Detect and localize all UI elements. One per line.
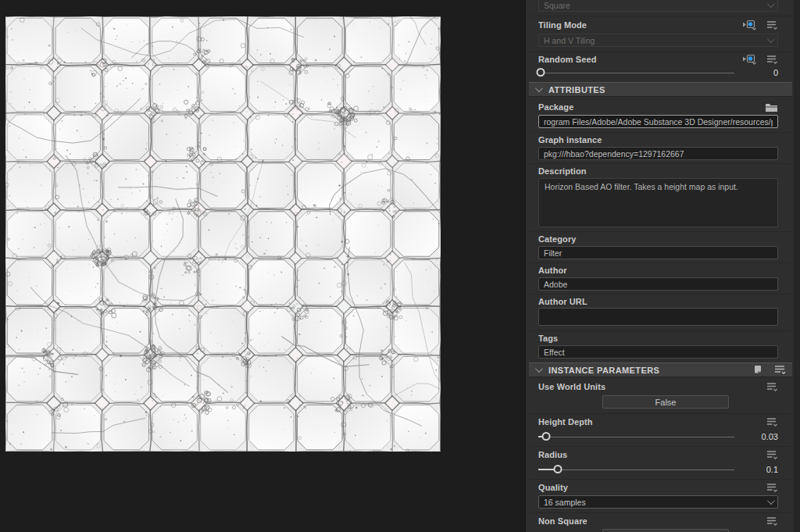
properties-panel: Square Tiling Mode H and V Tiling — [525, 0, 800, 532]
height-depth-slider-row: 0.03 — [538, 431, 778, 442]
2d-view[interactable] — [0, 0, 525, 532]
category-value: Filter — [544, 248, 773, 258]
category-label: Category — [538, 234, 778, 244]
quality-label: Quality — [538, 483, 766, 492]
author-row: Author — [538, 265, 778, 276]
parameter-menu-icon[interactable] — [766, 417, 778, 427]
radius-slider[interactable] — [538, 464, 734, 475]
radius-label: Radius — [538, 450, 766, 459]
radius-slider-row: 0.1 — [538, 464, 778, 475]
height-depth-value: 0.03 — [742, 432, 778, 441]
description-label: Description — [538, 166, 778, 176]
tiling-mode-value: H and V Tiling — [544, 36, 762, 45]
attributes-section-header[interactable]: ATTRIBUTES — [529, 82, 792, 97]
package-label: Package — [538, 102, 765, 112]
quality-row: Quality — [538, 482, 778, 493]
graph-instance-label: Graph instance — [538, 135, 778, 145]
chevron-down-icon — [535, 84, 543, 92]
expose-parameter-icon[interactable] — [742, 54, 757, 65]
shape-select[interactable]: Square — [538, 0, 778, 12]
chevron-down-icon — [535, 365, 543, 373]
package-input[interactable]: rogram Files/Adobe/Adobe Substance 3D De… — [538, 115, 778, 128]
parameter-menu-icon[interactable] — [774, 365, 786, 375]
tags-input[interactable]: Effect — [538, 345, 778, 359]
parameter-menu-icon[interactable] — [766, 20, 778, 30]
author-url-label: Author URL — [538, 297, 778, 306]
author-url-row: Author URL — [538, 296, 778, 307]
author-url-input[interactable] — [538, 308, 778, 326]
graph-instance-input[interactable]: pkg:///hbao?dependency=1297162667 — [538, 147, 778, 160]
graph-instance-value: pkg:///hbao?dependency=1297162667 — [544, 149, 773, 159]
use-world-units-value: False — [655, 398, 677, 407]
tiling-mode-select[interactable]: H and V Tiling — [538, 34, 778, 47]
parameter-menu-icon[interactable] — [766, 450, 778, 460]
description-row: Description — [538, 166, 778, 177]
random-seed-row: Random Seed — [538, 54, 778, 65]
open-folder-icon[interactable] — [765, 102, 778, 112]
parameter-menu-icon[interactable] — [766, 516, 778, 527]
non-square-row: Non Square — [538, 516, 778, 527]
instance-parameters-title: INSTANCE PARAMETERS — [548, 366, 753, 375]
use-world-units-row: Use World Units — [538, 381, 778, 392]
random-seed-value: 0 — [742, 68, 778, 77]
radius-row: Radius — [538, 449, 778, 460]
tags-value: Effect — [544, 348, 773, 357]
description-textarea[interactable]: Horizon Based AO filter. Takes a height … — [538, 178, 778, 227]
description-value: Horizon Based AO filter. Takes a height … — [545, 182, 738, 191]
quality-value: 16 samples — [544, 498, 762, 507]
instance-parameters-section-header[interactable]: INSTANCE PARAMETERS — [529, 362, 792, 377]
chevron-down-icon — [767, 35, 775, 43]
parameter-menu-icon[interactable] — [766, 483, 778, 493]
chevron-down-icon — [767, 0, 775, 8]
parameter-menu-icon[interactable] — [766, 55, 778, 65]
category-input[interactable]: Filter — [538, 246, 778, 259]
parameter-menu-icon[interactable] — [766, 382, 778, 392]
panel-scrollbar[interactable] — [794, 0, 800, 532]
author-value: Adobe — [544, 280, 773, 289]
slider-handle[interactable] — [536, 68, 545, 77]
tags-row: Tags — [538, 333, 778, 344]
non-square-toggle-button[interactable] — [602, 529, 729, 532]
tags-label: Tags — [538, 334, 778, 343]
chevron-down-icon — [767, 497, 775, 505]
use-world-units-label: Use World Units — [538, 382, 766, 391]
radius-value: 0.1 — [742, 465, 778, 474]
random-seed-slider[interactable] — [538, 67, 734, 78]
author-label: Author — [538, 266, 778, 275]
height-depth-row: Height Depth — [538, 416, 778, 427]
slider-handle[interactable] — [542, 432, 551, 441]
tiling-mode-label: Tiling Mode — [538, 20, 742, 30]
tiling-mode-row: Tiling Mode — [538, 20, 778, 30]
height-depth-label: Height Depth — [538, 417, 766, 427]
texture-preview — [5, 16, 441, 452]
expose-parameter-icon[interactable] — [742, 20, 757, 30]
category-row: Category — [538, 234, 778, 245]
quality-select[interactable]: 16 samples — [538, 495, 778, 509]
attributes-title: ATTRIBUTES — [548, 85, 786, 95]
shape-select-value: Square — [544, 1, 762, 10]
preset-icon[interactable] — [753, 365, 763, 375]
slider-handle[interactable] — [554, 465, 562, 473]
height-depth-slider[interactable] — [538, 431, 734, 442]
random-seed-slider-row: 0 — [538, 67, 778, 78]
random-seed-label: Random Seed — [538, 55, 742, 64]
package-value: rogram Files/Adobe/Adobe Substance 3D De… — [544, 117, 773, 127]
app-window: Square Tiling Mode H and V Tiling — [0, 0, 800, 532]
graph-instance-row: Graph instance — [538, 134, 778, 145]
package-row: Package — [538, 102, 778, 112]
non-square-label: Non Square — [538, 516, 766, 526]
author-input[interactable]: Adobe — [538, 277, 778, 291]
use-world-units-toggle-button[interactable]: False — [602, 395, 729, 409]
